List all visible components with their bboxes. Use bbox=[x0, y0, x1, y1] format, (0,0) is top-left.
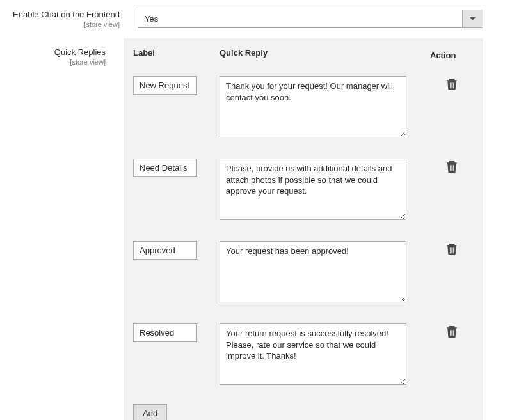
table-row: Your return request is successfully reso… bbox=[133, 314, 474, 396]
reply-textarea[interactable]: Thank you for your request! Our manager … bbox=[220, 76, 406, 137]
table-row: Thank you for your request! Our manager … bbox=[133, 66, 474, 149]
quick-replies-value-col: Label Quick Reply Action Thank you for y… bbox=[124, 35, 528, 420]
trash-icon bbox=[447, 165, 457, 175]
table-row: Your request has been approved! bbox=[133, 231, 474, 314]
row-action-cell bbox=[430, 76, 474, 92]
reply-textarea[interactable]: Your return request is successfully reso… bbox=[220, 323, 406, 385]
label-input[interactable] bbox=[133, 76, 197, 95]
chevron-down-icon bbox=[462, 10, 483, 27]
header-reply: Quick Reply bbox=[213, 48, 430, 60]
delete-button[interactable] bbox=[447, 79, 457, 92]
table-row: Please, provide us with additional detai… bbox=[133, 149, 474, 231]
reply-textarea[interactable]: Please, provide us with additional detai… bbox=[220, 159, 406, 220]
row-label-cell bbox=[133, 159, 213, 177]
row-label-cell bbox=[133, 323, 213, 342]
enable-chat-scope: [store view] bbox=[0, 20, 120, 28]
enable-chat-label-col: Enable Chat on the Frontend [store view] bbox=[0, 0, 138, 28]
delete-button[interactable] bbox=[447, 161, 457, 175]
row-label-cell bbox=[133, 241, 213, 260]
quick-replies-scope: [store view] bbox=[0, 58, 106, 66]
quick-replies-row: Quick Replies [store view] Label Quick R… bbox=[0, 35, 528, 420]
add-button[interactable]: Add bbox=[133, 404, 167, 420]
rows-container: Thank you for your request! Our manager … bbox=[133, 66, 474, 396]
trash-icon bbox=[447, 247, 457, 257]
row-reply-cell: Thank you for your request! Our manager … bbox=[213, 76, 430, 139]
row-action-cell bbox=[430, 241, 474, 257]
reply-textarea[interactable]: Your request has been approved! bbox=[220, 241, 406, 302]
delete-button[interactable] bbox=[447, 326, 457, 339]
enable-chat-select-value: Yes bbox=[138, 10, 462, 27]
row-label-cell bbox=[133, 76, 213, 95]
label-input[interactable] bbox=[133, 159, 197, 177]
enable-chat-select[interactable]: Yes bbox=[138, 10, 483, 28]
row-action-cell bbox=[430, 159, 474, 175]
trash-icon bbox=[447, 82, 457, 92]
enable-chat-row: Enable Chat on the Frontend [store view]… bbox=[0, 0, 528, 35]
label-input[interactable] bbox=[133, 323, 197, 342]
enable-chat-value-col: Yes bbox=[138, 0, 528, 35]
enable-chat-label: Enable Chat on the Frontend bbox=[0, 10, 120, 19]
header-label: Label bbox=[133, 48, 213, 60]
header-action: Action bbox=[430, 48, 474, 60]
quick-replies-grid: Label Quick Reply Action Thank you for y… bbox=[124, 38, 483, 420]
quick-replies-label: Quick Replies bbox=[0, 47, 106, 57]
trash-icon bbox=[447, 330, 457, 339]
delete-button[interactable] bbox=[447, 244, 457, 257]
row-reply-cell: Please, provide us with additional detai… bbox=[213, 159, 430, 222]
quick-replies-label-col: Quick Replies [store view] bbox=[0, 35, 124, 66]
row-reply-cell: Your request has been approved! bbox=[213, 241, 430, 304]
grid-header: Label Quick Reply Action bbox=[133, 48, 474, 66]
row-reply-cell: Your return request is successfully reso… bbox=[213, 323, 430, 387]
row-action-cell bbox=[430, 323, 474, 339]
grid-footer: Add bbox=[133, 396, 474, 420]
label-input[interactable] bbox=[133, 241, 197, 260]
